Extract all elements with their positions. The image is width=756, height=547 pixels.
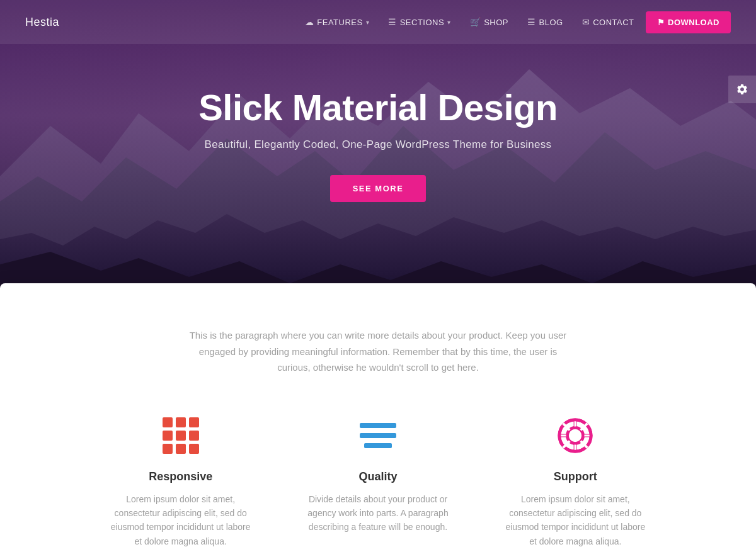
nav-item-sections[interactable]: ☰ SECTIONS ▾ bbox=[381, 12, 458, 32]
lines-icon bbox=[360, 423, 396, 448]
cart-icon: 🛒 bbox=[470, 17, 481, 27]
nav-link-contact[interactable]: ✉ CONTACT bbox=[575, 12, 642, 32]
nav-link-sections[interactable]: ☰ SECTIONS ▾ bbox=[381, 12, 458, 32]
support-title: Support bbox=[502, 470, 649, 483]
support-desc: Lorem ipsum dolor sit amet, consectetur … bbox=[502, 492, 649, 548]
nav-item-shop[interactable]: 🛒 SHOP bbox=[462, 12, 516, 32]
svg-point-15 bbox=[570, 429, 581, 441]
features-intro-text: This is the paragraph where you can writ… bbox=[189, 327, 567, 376]
download-button[interactable]: ⚑ DOWNLOAD bbox=[646, 11, 731, 33]
support-icon bbox=[502, 414, 649, 458]
features-grid: Responsive Lorem ipsum dolor sit amet, c… bbox=[94, 414, 662, 548]
features-section: This is the paragraph where you can writ… bbox=[0, 283, 756, 547]
download-icon: ⚑ bbox=[657, 18, 665, 27]
chevron-icon: ▾ bbox=[366, 19, 370, 26]
nav-link-shop[interactable]: 🛒 SHOP bbox=[462, 12, 516, 32]
lifebuoy-icon bbox=[557, 417, 593, 454]
quality-title: Quality bbox=[304, 470, 451, 483]
navbar: Hestia ☁ FEATURES ▾ ☰ SECTIONS ▾ 🛒 SHOP bbox=[0, 0, 756, 44]
sections-icon: ☰ bbox=[388, 17, 397, 27]
nav-link-blog[interactable]: ☰ BLOG bbox=[520, 12, 571, 32]
nav-item-blog[interactable]: ☰ BLOG bbox=[520, 12, 571, 32]
responsive-desc: Lorem ipsum dolor sit amet, consectetur … bbox=[107, 492, 254, 548]
feature-quality: Quality Divide details about your produc… bbox=[292, 414, 464, 548]
nav-item-features[interactable]: ☁ FEATURES ▾ bbox=[297, 12, 377, 32]
cloud-icon: ☁ bbox=[305, 17, 314, 27]
quality-desc: Divide details about your product or age… bbox=[304, 492, 451, 534]
hero-subtitle: Beautiful, Elegantly Coded, One-Page Wor… bbox=[198, 138, 558, 151]
see-more-button[interactable]: SEE MORE bbox=[330, 175, 427, 202]
brand-logo[interactable]: Hestia bbox=[25, 16, 59, 29]
hero-content: Slick Material Design Beautiful, Elegant… bbox=[186, 87, 570, 203]
nav-menu: ☁ FEATURES ▾ ☰ SECTIONS ▾ 🛒 SHOP ☰ BLOG bbox=[297, 11, 731, 33]
nav-item-contact[interactable]: ✉ CONTACT bbox=[575, 12, 642, 32]
settings-button[interactable] bbox=[728, 76, 756, 103]
quality-icon bbox=[304, 414, 451, 458]
chevron-icon-2: ▾ bbox=[447, 19, 451, 26]
feature-responsive: Responsive Lorem ipsum dolor sit amet, c… bbox=[94, 414, 266, 548]
responsive-icon bbox=[107, 414, 254, 458]
grid-icon bbox=[163, 417, 199, 454]
responsive-title: Responsive bbox=[107, 470, 254, 483]
blog-icon: ☰ bbox=[527, 17, 536, 27]
nav-item-download[interactable]: ⚑ DOWNLOAD bbox=[646, 11, 731, 33]
nav-link-features[interactable]: ☁ FEATURES ▾ bbox=[297, 12, 377, 32]
feature-support: Support Lorem ipsum dolor sit amet, cons… bbox=[490, 414, 662, 548]
mail-icon: ✉ bbox=[582, 17, 590, 27]
hero-title: Slick Material Design bbox=[198, 87, 558, 128]
